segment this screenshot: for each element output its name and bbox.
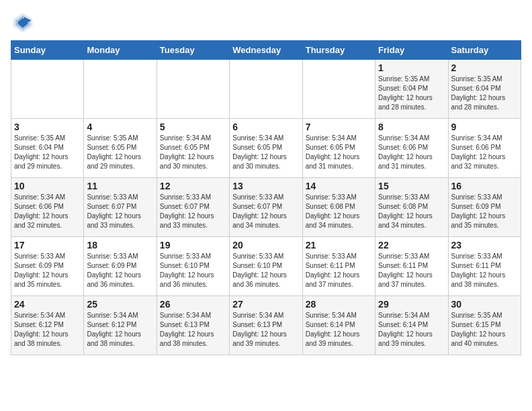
day-number: 3 — [14, 122, 81, 132]
weekday-header-friday: Friday — [375, 41, 448, 60]
weekday-header-thursday: Thursday — [302, 41, 375, 60]
day-info: Sunrise: 5:33 AM Sunset: 6:09 PM Dayligh… — [87, 252, 153, 289]
calendar-cell: 25Sunrise: 5:34 AM Sunset: 6:12 PM Dayli… — [84, 296, 157, 355]
calendar-cell: 1Sunrise: 5:35 AM Sunset: 6:04 PM Daylig… — [375, 60, 448, 119]
day-info: Sunrise: 5:35 AM Sunset: 6:15 PM Dayligh… — [451, 311, 518, 349]
calendar-cell: 20Sunrise: 5:33 AM Sunset: 6:10 PM Dayli… — [230, 237, 302, 296]
day-info: Sunrise: 5:34 AM Sunset: 6:13 PM Dayligh… — [160, 311, 226, 349]
day-number: 2 — [451, 62, 518, 73]
day-number: 4 — [87, 122, 153, 132]
day-number: 12 — [160, 181, 226, 191]
calendar-cell: 5Sunrise: 5:34 AM Sunset: 6:05 PM Daylig… — [157, 119, 229, 178]
day-number: 1 — [378, 62, 445, 73]
calendar-cell: 21Sunrise: 5:33 AM Sunset: 6:11 PM Dayli… — [302, 237, 375, 296]
day-number: 18 — [87, 240, 153, 250]
calendar-cell: 12Sunrise: 5:33 AM Sunset: 6:07 PM Dayli… — [157, 178, 229, 237]
calendar-cell: 23Sunrise: 5:33 AM Sunset: 6:11 PM Dayli… — [448, 237, 521, 296]
calendar-cell: 30Sunrise: 5:35 AM Sunset: 6:15 PM Dayli… — [448, 296, 521, 355]
day-number: 28 — [306, 299, 372, 310]
day-info: Sunrise: 5:33 AM Sunset: 6:07 PM Dayligh… — [160, 193, 226, 230]
day-info: Sunrise: 5:33 AM Sunset: 6:11 PM Dayligh… — [378, 252, 445, 289]
calendar-cell: 14Sunrise: 5:33 AM Sunset: 6:08 PM Dayli… — [302, 178, 375, 237]
calendar-cell — [157, 60, 229, 119]
day-number: 11 — [87, 181, 153, 191]
weekday-header-tuesday: Tuesday — [157, 41, 229, 60]
day-info: Sunrise: 5:33 AM Sunset: 6:08 PM Dayligh… — [306, 193, 372, 230]
calendar-cell: 28Sunrise: 5:34 AM Sunset: 6:14 PM Dayli… — [302, 296, 375, 355]
day-info: Sunrise: 5:35 AM Sunset: 6:05 PM Dayligh… — [87, 134, 153, 171]
calendar-cell: 22Sunrise: 5:33 AM Sunset: 6:11 PM Dayli… — [375, 237, 448, 296]
calendar-table: SundayMondayTuesdayWednesdayThursdayFrid… — [11, 40, 521, 355]
day-number: 22 — [378, 240, 445, 250]
day-info: Sunrise: 5:34 AM Sunset: 6:06 PM Dayligh… — [378, 134, 445, 171]
day-number: 29 — [378, 299, 445, 310]
day-info: Sunrise: 5:33 AM Sunset: 6:08 PM Dayligh… — [378, 193, 445, 230]
calendar-cell: 19Sunrise: 5:33 AM Sunset: 6:10 PM Dayli… — [157, 237, 229, 296]
day-number: 8 — [378, 122, 445, 132]
calendar-cell: 9Sunrise: 5:34 AM Sunset: 6:06 PM Daylig… — [448, 119, 521, 178]
day-info: Sunrise: 5:34 AM Sunset: 6:13 PM Dayligh… — [232, 311, 299, 349]
day-info: Sunrise: 5:34 AM Sunset: 6:12 PM Dayligh… — [87, 311, 153, 349]
calendar-cell: 4Sunrise: 5:35 AM Sunset: 6:05 PM Daylig… — [84, 119, 157, 178]
logo — [11, 11, 38, 35]
calendar-cell: 7Sunrise: 5:34 AM Sunset: 6:05 PM Daylig… — [302, 119, 375, 178]
day-number: 23 — [451, 240, 518, 250]
calendar-cell — [302, 60, 375, 119]
calendar-cell: 8Sunrise: 5:34 AM Sunset: 6:06 PM Daylig… — [375, 119, 448, 178]
day-number: 25 — [87, 299, 153, 310]
day-info: Sunrise: 5:35 AM Sunset: 6:04 PM Dayligh… — [378, 75, 445, 112]
day-number: 19 — [160, 240, 226, 250]
day-number: 21 — [306, 240, 372, 250]
weekday-header-wednesday: Wednesday — [230, 41, 302, 60]
day-info: Sunrise: 5:33 AM Sunset: 6:10 PM Dayligh… — [160, 252, 226, 289]
day-number: 10 — [14, 181, 81, 191]
day-number: 14 — [306, 181, 372, 191]
day-number: 20 — [232, 240, 299, 250]
day-info: Sunrise: 5:34 AM Sunset: 6:12 PM Dayligh… — [14, 311, 81, 349]
weekday-header-sunday: Sunday — [11, 41, 84, 60]
calendar-cell: 26Sunrise: 5:34 AM Sunset: 6:13 PM Dayli… — [157, 296, 229, 355]
day-number: 6 — [232, 122, 299, 132]
calendar-cell — [84, 60, 157, 119]
calendar-cell: 24Sunrise: 5:34 AM Sunset: 6:12 PM Dayli… — [11, 296, 84, 355]
day-number: 24 — [14, 299, 81, 310]
weekday-header-monday: Monday — [84, 41, 157, 60]
calendar-cell: 27Sunrise: 5:34 AM Sunset: 6:13 PM Dayli… — [230, 296, 302, 355]
day-number: 7 — [306, 122, 372, 132]
day-info: Sunrise: 5:34 AM Sunset: 6:05 PM Dayligh… — [160, 134, 226, 171]
calendar-cell: 15Sunrise: 5:33 AM Sunset: 6:08 PM Dayli… — [375, 178, 448, 237]
day-info: Sunrise: 5:34 AM Sunset: 6:05 PM Dayligh… — [232, 134, 299, 171]
day-info: Sunrise: 5:35 AM Sunset: 6:04 PM Dayligh… — [451, 75, 518, 112]
calendar-cell — [230, 60, 302, 119]
day-number: 5 — [160, 122, 226, 132]
calendar-cell: 17Sunrise: 5:33 AM Sunset: 6:09 PM Dayli… — [11, 237, 84, 296]
day-info: Sunrise: 5:35 AM Sunset: 6:04 PM Dayligh… — [14, 134, 81, 171]
day-info: Sunrise: 5:33 AM Sunset: 6:09 PM Dayligh… — [14, 252, 81, 289]
day-info: Sunrise: 5:33 AM Sunset: 6:11 PM Dayligh… — [451, 252, 518, 289]
day-info: Sunrise: 5:33 AM Sunset: 6:09 PM Dayligh… — [451, 193, 518, 230]
calendar-cell: 10Sunrise: 5:34 AM Sunset: 6:06 PM Dayli… — [11, 178, 84, 237]
day-info: Sunrise: 5:33 AM Sunset: 6:07 PM Dayligh… — [87, 193, 153, 230]
day-number: 15 — [378, 181, 445, 191]
calendar-cell: 13Sunrise: 5:33 AM Sunset: 6:07 PM Dayli… — [230, 178, 302, 237]
day-info: Sunrise: 5:34 AM Sunset: 6:06 PM Dayligh… — [451, 134, 518, 171]
header — [11, 11, 521, 35]
calendar-cell — [11, 60, 84, 119]
calendar-cell: 29Sunrise: 5:34 AM Sunset: 6:14 PM Dayli… — [375, 296, 448, 355]
day-number: 26 — [160, 299, 226, 310]
day-info: Sunrise: 5:33 AM Sunset: 6:10 PM Dayligh… — [232, 252, 299, 289]
calendar-cell: 16Sunrise: 5:33 AM Sunset: 6:09 PM Dayli… — [448, 178, 521, 237]
calendar-cell: 6Sunrise: 5:34 AM Sunset: 6:05 PM Daylig… — [230, 119, 302, 178]
day-number: 13 — [232, 181, 299, 191]
day-number: 27 — [232, 299, 299, 310]
day-number: 9 — [451, 122, 518, 132]
day-number: 17 — [14, 240, 81, 250]
day-info: Sunrise: 5:34 AM Sunset: 6:05 PM Dayligh… — [306, 134, 372, 171]
day-info: Sunrise: 5:33 AM Sunset: 6:07 PM Dayligh… — [232, 193, 299, 230]
day-info: Sunrise: 5:33 AM Sunset: 6:11 PM Dayligh… — [306, 252, 372, 289]
day-number: 30 — [451, 299, 518, 310]
calendar-cell: 2Sunrise: 5:35 AM Sunset: 6:04 PM Daylig… — [448, 60, 521, 119]
weekday-header-saturday: Saturday — [448, 41, 521, 60]
logo-icon — [11, 11, 35, 35]
day-info: Sunrise: 5:34 AM Sunset: 6:14 PM Dayligh… — [378, 311, 445, 349]
